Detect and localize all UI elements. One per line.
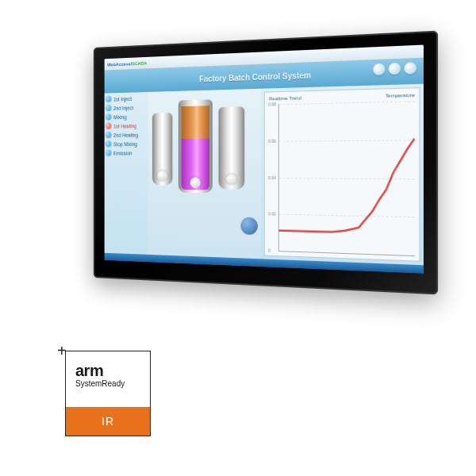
step-2nd-heating[interactable]: 2nd Heating — [106, 132, 146, 138]
step-1st-heating[interactable]: 1st Heating — [106, 122, 146, 129]
step-indicator-icon — [106, 96, 111, 102]
badge-brand: arm — [75, 363, 142, 378]
step-label: 2nd Inject — [113, 105, 133, 110]
step-stop-mixing[interactable]: Stop Mixing — [106, 140, 146, 147]
step-label: 1st Inject — [113, 96, 132, 102]
step-label: 2nd Heating — [113, 132, 138, 137]
tank-2-upper-fill — [181, 106, 209, 141]
step-indicator-icon — [106, 123, 111, 129]
tank-2-main — [178, 99, 213, 193]
screen: WebAccess/SCADA Factory Batch Control Sy… — [105, 45, 424, 274]
step-indicator-icon — [106, 105, 111, 111]
chart-plot-area: 0.08 0.06 0.04 0.02 0 — [278, 101, 415, 256]
nav-buttons — [373, 62, 416, 75]
chart-right-label: Temperature — [386, 93, 415, 98]
nav-back-icon[interactable] — [373, 63, 385, 75]
gauge-icon — [190, 178, 201, 189]
process-diagram — [148, 89, 261, 259]
arm-systemready-badge: + arm SystemReady IR — [56, 341, 151, 436]
y-tick: 0.02 — [268, 212, 276, 217]
step-label: Stop Mixing — [113, 141, 137, 147]
y-tick: 0.08 — [268, 102, 276, 106]
y-tick: 0.04 — [268, 175, 276, 180]
gauge-icon — [226, 174, 237, 185]
step-label: Emission — [113, 150, 132, 155]
step-indicator-icon — [106, 114, 111, 121]
badge-top: arm SystemReady — [66, 351, 150, 407]
process-steps-sidebar: 1st Inject 2nd Inject Mixing 1st Heating… — [105, 92, 148, 255]
step-mixing[interactable]: Mixing — [106, 113, 146, 121]
industrial-monitor: WebAccess/SCADA Factory Batch Control Sy… — [79, 40, 428, 286]
badge-frame: arm SystemReady IR — [65, 351, 151, 436]
content-area: 1st Inject 2nd Inject Mixing 1st Heating… — [105, 84, 424, 266]
step-indicator-icon — [106, 141, 111, 148]
tank-3 — [218, 106, 244, 190]
app-sub-label: SCADA — [132, 60, 147, 66]
gauge-icon — [157, 171, 167, 182]
pump-icon — [241, 217, 259, 236]
step-indicator-icon — [106, 150, 111, 156]
nav-home-icon[interactable] — [389, 63, 401, 75]
badge-tier-bar: IR — [66, 407, 150, 436]
app-label: WebAccess/ — [107, 61, 132, 67]
tank-1 — [152, 113, 173, 186]
step-emission[interactable]: Emission — [106, 150, 146, 156]
y-tick: 0.06 — [268, 138, 276, 143]
step-indicator-icon — [106, 132, 111, 138]
trend-line — [279, 101, 415, 237]
nav-forward-icon[interactable] — [405, 62, 417, 74]
badge-tier: IR — [102, 415, 114, 428]
step-1st-inject[interactable]: 1st Inject — [106, 95, 146, 102]
step-2nd-inject[interactable]: 2nd Inject — [106, 104, 146, 111]
y-tick: 0 — [268, 248, 271, 253]
step-label: Mixing — [113, 114, 127, 120]
trend-chart-panel: Realtime Trend Temperature 0.08 0.06 0.0… — [264, 87, 420, 262]
badge-program: SystemReady — [75, 379, 142, 388]
system-title: Factory Batch Control System — [199, 71, 311, 83]
step-label: 1st Heating — [113, 123, 136, 129]
